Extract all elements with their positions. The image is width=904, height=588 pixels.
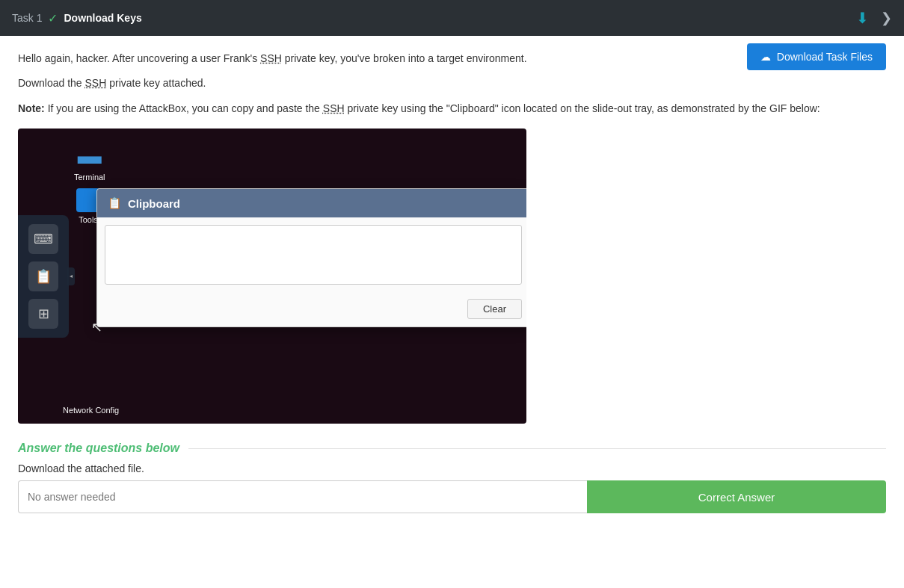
tray-handle[interactable]: ◂ [67, 267, 75, 285]
note-label: Note: [18, 102, 45, 114]
clear-button[interactable]: Clear [467, 299, 522, 319]
correct-answer-button[interactable]: Correct Answer [587, 480, 886, 513]
clipboard-textarea[interactable] [105, 225, 522, 285]
clipboard-header-title: Clipboard [128, 197, 180, 210]
check-icon: ✓ [48, 11, 58, 25]
clipboard-dialog: 📋 Clipboard Clear [96, 188, 526, 327]
download-btn-icon: ☁ [760, 51, 771, 63]
ssh-text-1: SSH [260, 52, 282, 64]
task-number: Task 1 [12, 12, 42, 24]
questions-section: Answer the questions below Download the … [18, 442, 886, 513]
gif-container: ▬ Terminal Tools Network Config ⌨ 📋 ⊞ ◂ … [18, 129, 526, 424]
download-btn-label: Download Task Files [777, 51, 873, 63]
task-title: Download Keys [64, 12, 141, 24]
answer-row: Correct Answer [18, 480, 886, 513]
questions-header: Answer the questions below [18, 442, 886, 455]
clipboard-body [97, 217, 526, 294]
question-label: Download the attached file. [18, 462, 886, 474]
ssh-text-2: SSH [85, 77, 107, 89]
tray-keyboard-icon[interactable]: ⌨ [28, 224, 58, 254]
main-content: ☁ Download Task Files Hello again, hacke… [0, 36, 904, 528]
clipboard-header: 📋 Clipboard [97, 189, 526, 217]
terminal-folder-icon: ▬ [78, 142, 102, 170]
ssh-text-3: SSH [323, 102, 345, 114]
questions-title: Answer the questions below [18, 442, 179, 455]
desktop-terminal-icon: ▬ Terminal [74, 142, 105, 182]
download-task-files-button[interactable]: ☁ Download Task Files [747, 43, 886, 70]
header-left: Task 1 ✓ Download Keys [12, 11, 142, 25]
header-chevron-icon[interactable]: ❯ [881, 10, 892, 26]
answer-input[interactable] [18, 480, 587, 513]
question-row: Download the attached file. Correct Answ… [18, 462, 886, 513]
page-header: Task 1 ✓ Download Keys ⬇ ❯ [0, 0, 904, 36]
tools-label: Tools [79, 215, 98, 224]
note-paragraph: Note: If you are using the AttackBox, yo… [18, 100, 886, 117]
terminal-label: Terminal [74, 173, 105, 182]
tray-clipboard-icon[interactable]: 📋 [28, 261, 58, 291]
clipboard-footer: Clear [97, 294, 526, 327]
header-download-icon[interactable]: ⬇ [856, 9, 869, 27]
clipboard-header-icon: 📋 [108, 196, 122, 210]
tray-screenshot-icon[interactable]: ⊞ [28, 299, 58, 329]
header-right: ⬇ ❯ [856, 9, 892, 27]
network-label: Network Config [63, 406, 119, 415]
instruction-paragraph: Download the SSH private key attached. [18, 75, 886, 91]
slide-tray: ⌨ 📋 ⊞ ◂ [18, 215, 69, 338]
